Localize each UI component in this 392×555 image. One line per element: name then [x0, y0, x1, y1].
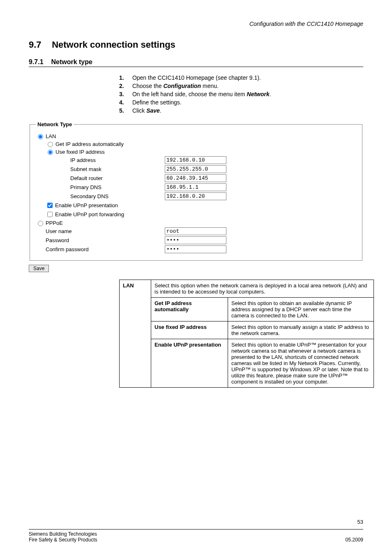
confirm-password-label: Confirm password [46, 246, 165, 252]
section-title: Network connection settings [52, 39, 175, 50]
step-4: 4. Define the settings. [119, 99, 363, 106]
step-text: Define the settings. [132, 99, 182, 106]
subnet-label: Subnet mask [70, 166, 165, 172]
upnp-portforward-checkbox[interactable] [47, 212, 53, 217]
username-label: User name [46, 228, 165, 234]
pppoe-label: PPPoE [46, 220, 63, 226]
subnet-row: Subnet mask [36, 165, 356, 173]
upnp-portforward-label: Enable UPnP port forwarding [55, 211, 124, 217]
use-fixed-ip-label: Use fixed IP address [55, 149, 105, 155]
subsection-title: Network type [51, 58, 92, 65]
lan-label: LAN [46, 133, 56, 139]
table-row: Enable UPnP presentation Select this opt… [120, 339, 374, 388]
description-table: LAN Select this option when the network … [119, 280, 374, 388]
get-ip-desc-cell: Select this option to obtain an availabl… [228, 298, 374, 321]
ip-address-label: IP address [70, 157, 165, 163]
use-fixed-ip-row[interactable]: Use fixed IP address [36, 148, 356, 155]
fixed-ip-key-cell: Use fixed IP address [151, 321, 228, 339]
step-3: 3. On the left hand side, choose the men… [119, 91, 363, 97]
table-row: Use fixed IP address Select this option … [120, 321, 374, 339]
section-number: 9.7 [29, 39, 49, 50]
step-text: Click Save. [132, 107, 161, 114]
step-num: 5. [119, 107, 131, 114]
step-num: 1. [119, 74, 131, 81]
get-ip-auto-row[interactable]: Get IP address automatically [36, 141, 356, 147]
steps-list: 1. Open the CCIC1410 Homepage (see chapt… [119, 74, 363, 114]
upnp-key-cell: Enable UPnP presentation [151, 339, 228, 388]
upnp-portforward-row[interactable]: Enable UPnP port forwarding [36, 210, 356, 218]
pppoe-radio-row[interactable]: PPPoE [36, 220, 356, 226]
subnet-input[interactable] [165, 165, 226, 173]
network-type-legend: Network Type [36, 121, 74, 127]
step-num: 4. [119, 99, 131, 106]
step-text: Open the CCIC1410 Homepage (see chapter … [132, 74, 261, 81]
step-5: 5. Click Save. [119, 107, 363, 114]
use-fixed-ip-radio[interactable] [48, 150, 53, 155]
router-input[interactable] [165, 174, 226, 182]
footer-org2: Fire Safety & Security Products [29, 537, 97, 543]
confirm-password-input[interactable] [165, 245, 226, 253]
section-heading: 9.7 Network connection settings [29, 39, 363, 50]
primary-dns-row: Primary DNS [36, 183, 356, 191]
step-2: 2. Choose the Configuration menu. [119, 83, 363, 89]
password-row: Password [36, 236, 356, 244]
fixed-ip-desc-cell: Select this option to manually assign a … [228, 321, 374, 339]
lan-radio-row[interactable]: LAN [36, 133, 356, 139]
footer-divider [29, 529, 363, 530]
upnp-presentation-row[interactable]: Enable UPnP presentation [36, 201, 356, 209]
secondary-dns-label: Secondary DNS [70, 193, 165, 199]
page-footer: 53 Siemens Building Technologies Fire Sa… [29, 519, 363, 543]
footer-org1: Siemens Building Technologies [29, 531, 97, 537]
footer-date: 05.2009 [346, 537, 363, 543]
lan-cell: LAN [120, 280, 151, 388]
doc-header: Configuration with the CCIC1410 Homepage [29, 21, 363, 27]
password-input[interactable] [165, 236, 226, 244]
step-num: 3. [119, 91, 131, 97]
upnp-presentation-label: Enable UPnP presentation [55, 202, 118, 208]
table-row: LAN Select this option when the network … [120, 280, 374, 298]
confirm-password-row: Confirm password [36, 245, 356, 253]
table-row: Get IP address automatically Select this… [120, 298, 374, 321]
router-row: Default router [36, 174, 356, 182]
primary-dns-input[interactable] [165, 183, 226, 191]
secondary-dns-row: Secondary DNS [36, 192, 356, 200]
username-row: User name [36, 227, 356, 235]
username-input[interactable] [165, 227, 226, 235]
pppoe-radio[interactable] [38, 221, 43, 226]
divider [29, 67, 363, 67]
password-label: Password [46, 237, 165, 243]
router-label: Default router [70, 175, 165, 181]
subsection-number: 9.7.1 [29, 58, 49, 66]
step-text: On the left hand side, choose the menu i… [132, 91, 271, 97]
ip-address-row: IP address [36, 156, 356, 164]
page-number: 53 [29, 519, 363, 525]
step-num: 2. [119, 83, 131, 89]
lan-radio[interactable] [38, 134, 43, 139]
save-button[interactable]: Save [29, 265, 49, 272]
upnp-desc-cell: Select this option to enable UPnP™ prese… [228, 339, 374, 388]
subsection-heading: 9.7.1 Network type [29, 58, 363, 66]
step-1: 1. Open the CCIC1410 Homepage (see chapt… [119, 74, 363, 81]
primary-dns-label: Primary DNS [70, 184, 165, 190]
secondary-dns-input[interactable] [165, 192, 226, 200]
get-ip-auto-radio[interactable] [48, 142, 53, 147]
lan-desc-cell: Select this option when the network came… [151, 280, 374, 298]
ip-address-input[interactable] [165, 156, 226, 164]
upnp-presentation-checkbox[interactable] [47, 203, 53, 208]
network-type-fieldset: Network Type LAN Get IP address automati… [30, 121, 362, 261]
get-ip-key-cell: Get IP address automatically [151, 298, 228, 321]
get-ip-auto-label: Get IP address automatically [55, 141, 124, 147]
step-text: Choose the Configuration menu. [132, 83, 219, 89]
